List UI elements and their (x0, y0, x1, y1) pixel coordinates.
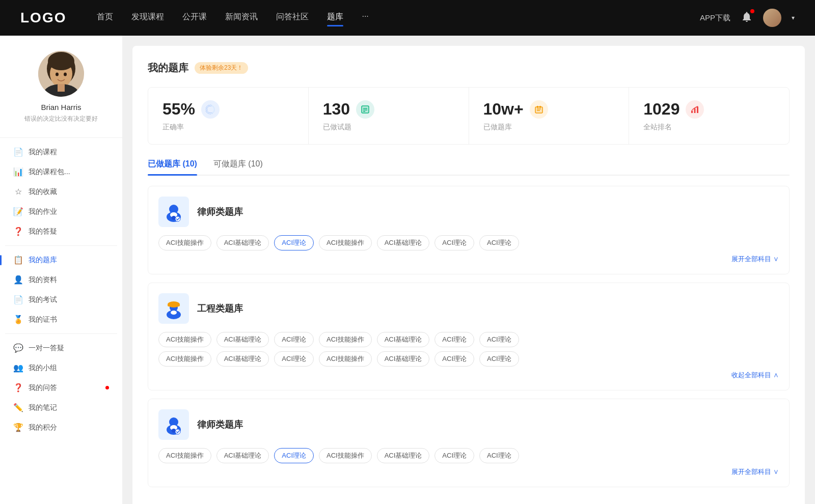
tags-row-engineer1-row2: ACI技能操作 ACI基础理论 ACI理论 ACI技能操作 ACI基础理论 AC… (158, 351, 779, 367)
sidebar-item-questions[interactable]: ❓ 我的问答 (5, 378, 117, 398)
tag-4[interactable]: ACI基础理论 (377, 235, 430, 250)
nav-news[interactable]: 新闻资讯 (225, 12, 258, 24)
questions-icon: ❓ (13, 383, 23, 393)
nav-openclass[interactable]: 公开课 (182, 12, 207, 24)
quizbank-lawyer1: 律师类题库 ACI技能操作 ACI基础理论 ACI理论 ACI技能操作 ACI基… (148, 186, 790, 274)
stat-ranking: 1029 全站排名 (629, 88, 789, 144)
nav-discover[interactable]: 发现课程 (131, 12, 164, 24)
etag2-0[interactable]: ACI技能操作 (158, 351, 211, 367)
sidebar-label-exam: 我的考试 (29, 295, 109, 304)
sidebar-label-qa: 我的答疑 (29, 227, 109, 236)
etag2-3[interactable]: ACI技能操作 (319, 351, 372, 367)
l2tag-1[interactable]: ACI基础理论 (216, 448, 269, 463)
svg-rect-5 (58, 84, 65, 92)
etag2-2[interactable]: ACI理论 (274, 351, 314, 367)
sidebar-item-favorites[interactable]: ☆ 我的收藏 (5, 182, 117, 202)
navbar-right: APP下载 ▾ (700, 9, 795, 27)
avatar[interactable] (763, 9, 781, 27)
sidebar-item-homework[interactable]: 📝 我的作业 (5, 202, 117, 221)
tag-3[interactable]: ACI技能操作 (319, 235, 372, 250)
etag-2[interactable]: ACI理论 (274, 332, 314, 347)
etag-1[interactable]: ACI基础理论 (216, 332, 269, 347)
l2tag-3[interactable]: ACI技能操作 (319, 448, 372, 463)
stat-ranking-label: 全站排名 (643, 123, 775, 132)
content-area: 我的题库 体验剩余23天！ 55% 正确率 13 (132, 46, 805, 504)
nav-quizbank[interactable]: 题库 (327, 12, 343, 24)
course-icon: 📄 (13, 147, 23, 157)
etag-5[interactable]: ACI理论 (434, 332, 474, 347)
tab-done[interactable]: 已做题库 (10) (148, 159, 197, 175)
sidebar-label-coursepack: 我的课程包... (29, 167, 109, 177)
tabs-row: 已做题库 (10) 可做题库 (10) (148, 159, 790, 176)
sidebar-item-group[interactable]: 👥 我的小组 (5, 358, 117, 378)
stat-ranking-value: 1029 (643, 100, 680, 119)
tag-1[interactable]: ACI基础理论 (216, 235, 269, 250)
profile-motto: 错误的决定比没有决定要好 (24, 115, 98, 123)
sidebar-item-quizbank[interactable]: 📋 我的题库 (5, 250, 117, 270)
tag-0[interactable]: ACI技能操作 (158, 235, 211, 250)
etag2-5[interactable]: ACI理论 (434, 351, 474, 367)
sidebar-item-course[interactable]: 📄 我的课程 (5, 142, 117, 162)
sidebar-item-cert[interactable]: 🏅 我的证书 (5, 310, 117, 329)
tag-5[interactable]: ACI理论 (434, 235, 474, 250)
sidebar-menu: 📄 我的课程 📊 我的课程包... ☆ 我的收藏 📝 我的作业 ❓ 我的答疑 � (0, 142, 122, 437)
app-download-button[interactable]: APP下载 (700, 13, 730, 23)
expand-link-lawyer2[interactable]: 展开全部科目 ∨ (158, 467, 779, 477)
sidebar-item-profile[interactable]: 👤 我的资料 (5, 270, 117, 290)
homework-icon: 📝 (13, 207, 23, 216)
nav-more[interactable]: ··· (362, 12, 368, 24)
nav-menu: 首页 发现课程 公开课 新闻资讯 问答社区 题库 ··· (97, 12, 700, 24)
sidebar-profile: Brian Harris 错误的决定比没有决定要好 (0, 36, 122, 133)
sidebar-label-homework: 我的作业 (29, 207, 109, 216)
cert-icon: 🏅 (13, 315, 23, 324)
etag-0[interactable]: ACI技能操作 (158, 332, 211, 347)
l2tag-6[interactable]: ACI理论 (479, 448, 519, 463)
l2tag-4[interactable]: ACI基础理论 (377, 448, 430, 463)
sidebar-item-notes[interactable]: ✏️ 我的笔记 (5, 398, 117, 417)
favorites-icon: ☆ (13, 187, 23, 197)
done-questions-icon (356, 100, 374, 119)
nav-home[interactable]: 首页 (97, 12, 113, 24)
tags-row-lawyer2: ACI技能操作 ACI基础理论 ACI理论 ACI技能操作 ACI基础理论 AC… (158, 448, 779, 463)
stat-done-questions-label: 已做试题 (323, 123, 454, 132)
exam-icon: 📄 (13, 295, 23, 304)
sidebar-item-exam[interactable]: 📄 我的考试 (5, 290, 117, 310)
user-dropdown-arrow[interactable]: ▾ (792, 14, 795, 21)
lawyer-svg (162, 201, 185, 223)
sidebar-label-notes: 我的笔记 (29, 403, 109, 412)
notification-bell[interactable] (741, 11, 753, 25)
svg-point-9 (206, 105, 214, 114)
etag-4[interactable]: ACI基础理论 (377, 332, 430, 347)
quizbank-title-lawyer1: 律师类题库 (197, 206, 243, 218)
expand-link-lawyer1[interactable]: 展开全部科目 ∨ (158, 255, 779, 264)
stat-accuracy: 55% 正确率 (148, 88, 309, 144)
sidebar-item-coursepack[interactable]: 📊 我的课程包... (5, 162, 117, 182)
logo[interactable]: LOGO (20, 10, 66, 26)
tag-6[interactable]: ACI理论 (479, 235, 519, 250)
etag2-4[interactable]: ACI基础理论 (377, 351, 430, 367)
stat-done-banks-value: 10w+ (483, 100, 524, 119)
l2tag-5[interactable]: ACI理论 (434, 448, 474, 463)
tab-available[interactable]: 可做题库 (10) (213, 159, 263, 175)
etag2-6[interactable]: ACI理论 (479, 351, 519, 367)
l2tag-2[interactable]: ACI理论 (274, 448, 314, 463)
stat-done-questions: 130 已做试题 (309, 88, 469, 144)
quizbank-title-engineer1: 工程类题库 (197, 302, 243, 315)
etag-6[interactable]: ACI理论 (479, 332, 519, 347)
profile-name: Brian Harris (41, 103, 81, 111)
quizbank-lawyer2: 律师类题库 ACI技能操作 ACI基础理论 ACI理论 ACI技能操作 ACI基… (148, 399, 790, 487)
sidebar-item-points[interactable]: 🏆 我的积分 (5, 417, 117, 437)
sidebar-item-oneonone[interactable]: 💬 一对一答疑 (5, 338, 117, 358)
collapse-link-engineer1[interactable]: 收起全部科目 ∧ (158, 371, 779, 380)
etag-3[interactable]: ACI技能操作 (319, 332, 372, 347)
stat-accuracy-label: 正确率 (162, 123, 294, 132)
etag2-1[interactable]: ACI基础理论 (216, 351, 269, 367)
done-banks-icon (530, 100, 548, 119)
quizbank-icon-lawyer2 (158, 409, 189, 440)
l2tag-0[interactable]: ACI技能操作 (158, 448, 211, 463)
stat-done-questions-value: 130 (323, 100, 350, 119)
svg-rect-19 (537, 106, 538, 108)
nav-qa[interactable]: 问答社区 (276, 12, 309, 24)
sidebar-item-qa[interactable]: ❓ 我的答疑 (5, 221, 117, 241)
tag-2[interactable]: ACI理论 (274, 235, 314, 250)
